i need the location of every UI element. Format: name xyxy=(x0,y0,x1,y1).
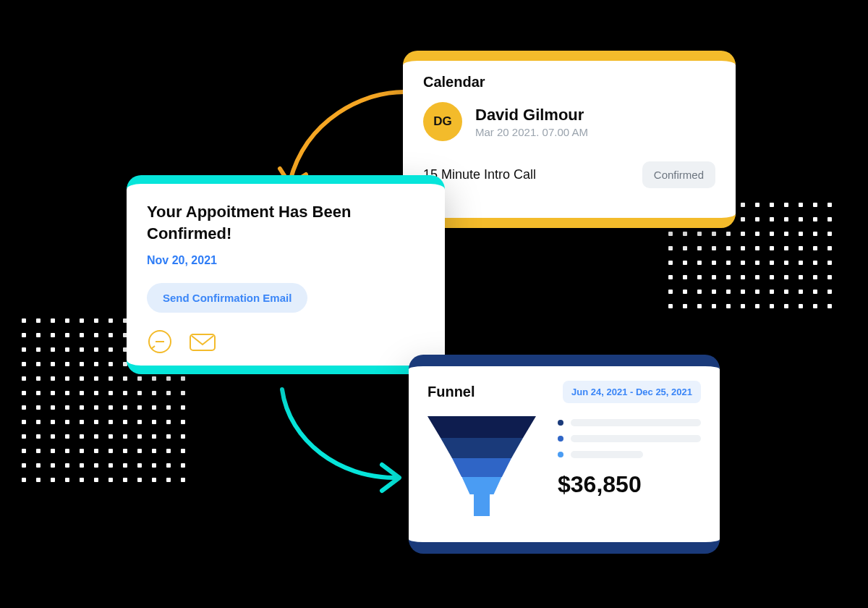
funnel-chart xyxy=(427,416,536,516)
funnel-card: Funnel Jun 24, 2021 - Dec 25, 2021 $3 xyxy=(409,355,720,554)
contact-row: DG David Gilmour Mar 20 2021. 07.00 AM xyxy=(423,102,715,141)
legend-placeholder xyxy=(571,419,701,426)
legend-item xyxy=(558,435,701,442)
appointment-title: Your Appoitment Has Been Confirmed! xyxy=(147,201,378,244)
appointment-card: Your Appoitment Has Been Confirmed! Nov … xyxy=(127,175,445,374)
event-row: 15 Minute Intro Call Confirmed xyxy=(423,161,715,188)
legend-item xyxy=(558,451,701,458)
contact-datetime: Mar 20 2021. 07.00 AM xyxy=(475,126,588,138)
avatar[interactable]: DG xyxy=(423,102,462,141)
contact-name: David Gilmour xyxy=(475,106,588,124)
funnel-stage xyxy=(462,477,502,494)
funnel-stage xyxy=(452,458,511,477)
send-confirmation-button[interactable]: Send Confirmation Email xyxy=(147,283,307,313)
appointment-date: Nov 20, 2021 xyxy=(147,254,425,267)
legend-item xyxy=(558,419,701,426)
status-badge: Confirmed xyxy=(642,161,715,188)
funnel-stage xyxy=(441,438,523,458)
calendar-title: Calendar xyxy=(423,74,715,90)
funnel-total-value: $36,850 xyxy=(558,471,701,498)
date-range-chip[interactable]: Jun 24, 2021 - Dec 25, 2021 xyxy=(563,381,701,403)
legend-dot-icon xyxy=(558,420,563,426)
legend-dot-icon xyxy=(558,452,563,457)
calendar-card: Calendar DG David Gilmour Mar 20 2021. 0… xyxy=(403,51,736,228)
legend-placeholder xyxy=(571,451,643,458)
funnel-title: Funnel xyxy=(427,384,475,400)
legend-dot-icon xyxy=(558,436,563,442)
email-icon[interactable] xyxy=(187,329,218,358)
legend-placeholder xyxy=(571,435,701,442)
funnel-stage xyxy=(427,416,536,438)
chat-icon[interactable] xyxy=(147,329,173,358)
funnel-stage xyxy=(474,494,490,516)
arrow-connector-icon xyxy=(268,376,420,499)
